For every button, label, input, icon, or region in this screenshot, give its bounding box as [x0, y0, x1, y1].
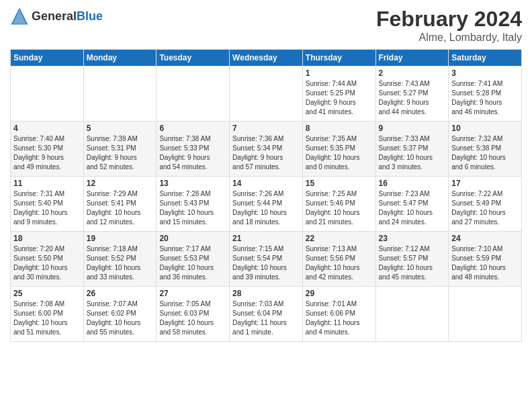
calendar-week-3: 11Sunrise: 7:31 AM Sunset: 5:40 PM Dayli…	[11, 177, 522, 232]
day-info: Sunrise: 7:03 AM Sunset: 6:04 PM Dayligh…	[232, 300, 300, 337]
day-info: Sunrise: 7:41 AM Sunset: 5:28 PM Dayligh…	[451, 79, 519, 117]
day-info: Sunrise: 7:28 AM Sunset: 5:43 PM Dayligh…	[159, 189, 226, 227]
day-number: 20	[159, 234, 226, 243]
day-info: Sunrise: 7:26 AM Sunset: 5:44 PM Dayligh…	[232, 189, 300, 227]
day-info: Sunrise: 7:13 AM Sunset: 5:56 PM Dayligh…	[306, 244, 373, 282]
calendar-cell: 29Sunrise: 7:01 AM Sunset: 6:06 PM Dayli…	[302, 287, 375, 342]
day-info: Sunrise: 7:25 AM Sunset: 5:46 PM Dayligh…	[306, 189, 373, 227]
day-number: 11	[13, 179, 81, 188]
calendar-cell: 1Sunrise: 7:44 AM Sunset: 5:25 PM Daylig…	[302, 66, 375, 122]
calendar-cell: 13Sunrise: 7:28 AM Sunset: 5:43 PM Dayli…	[157, 177, 230, 232]
day-number: 14	[232, 179, 300, 188]
calendar-cell: 28Sunrise: 7:03 AM Sunset: 6:04 PM Dayli…	[230, 287, 303, 342]
calendar-cell	[230, 66, 303, 122]
day-number: 7	[232, 124, 300, 133]
header-monday: Monday	[83, 50, 157, 66]
day-number: 23	[379, 234, 446, 243]
calendar-cell: 16Sunrise: 7:23 AM Sunset: 5:47 PM Dayli…	[375, 177, 449, 232]
day-info: Sunrise: 7:29 AM Sunset: 5:41 PM Dayligh…	[87, 189, 154, 227]
calendar-cell: 15Sunrise: 7:25 AM Sunset: 5:46 PM Dayli…	[302, 177, 375, 232]
calendar-cell: 17Sunrise: 7:22 AM Sunset: 5:49 PM Dayli…	[449, 177, 522, 232]
day-number: 9	[379, 124, 446, 133]
calendar-week-2: 4Sunrise: 7:40 AM Sunset: 5:30 PM Daylig…	[11, 122, 522, 177]
day-number: 1	[306, 68, 373, 78]
day-number: 26	[87, 289, 154, 298]
weekday-header-row: Sunday Monday Tuesday Wednesday Thursday…	[11, 50, 522, 66]
calendar-cell: 11Sunrise: 7:31 AM Sunset: 5:40 PM Dayli…	[11, 177, 84, 232]
day-info: Sunrise: 7:33 AM Sunset: 5:37 PM Dayligh…	[379, 134, 446, 172]
day-info: Sunrise: 7:10 AM Sunset: 5:59 PM Dayligh…	[451, 244, 519, 282]
day-info: Sunrise: 7:22 AM Sunset: 5:49 PM Dayligh…	[451, 189, 519, 227]
day-number: 13	[159, 179, 226, 188]
header-sunday: Sunday	[11, 50, 84, 66]
day-number: 16	[379, 179, 446, 188]
day-info: Sunrise: 7:36 AM Sunset: 5:34 PM Dayligh…	[232, 134, 300, 172]
day-info: Sunrise: 7:40 AM Sunset: 5:30 PM Dayligh…	[13, 134, 81, 172]
day-info: Sunrise: 7:08 AM Sunset: 6:00 PM Dayligh…	[13, 300, 81, 337]
calendar-title: February 2024	[376, 7, 522, 32]
calendar-cell: 4Sunrise: 7:40 AM Sunset: 5:30 PM Daylig…	[11, 122, 84, 177]
day-info: Sunrise: 7:31 AM Sunset: 5:40 PM Dayligh…	[13, 189, 81, 227]
calendar-cell	[449, 287, 522, 342]
day-info: Sunrise: 7:01 AM Sunset: 6:06 PM Dayligh…	[306, 300, 373, 337]
day-number: 22	[306, 234, 373, 243]
day-info: Sunrise: 7:32 AM Sunset: 5:38 PM Dayligh…	[451, 134, 519, 172]
calendar-cell: 20Sunrise: 7:17 AM Sunset: 5:53 PM Dayli…	[157, 232, 230, 287]
header-saturday: Saturday	[449, 50, 522, 66]
day-number: 4	[13, 124, 81, 133]
day-info: Sunrise: 7:35 AM Sunset: 5:35 PM Dayligh…	[306, 134, 373, 172]
title-block: February 2024 Alme, Lombardy, Italy	[376, 7, 522, 44]
page-container: GeneralBlue February 2024 Alme, Lombardy…	[0, 0, 532, 345]
calendar-cell: 18Sunrise: 7:20 AM Sunset: 5:50 PM Dayli…	[11, 232, 84, 287]
day-info: Sunrise: 7:17 AM Sunset: 5:53 PM Dayligh…	[159, 244, 226, 282]
calendar-cell: 12Sunrise: 7:29 AM Sunset: 5:41 PM Dayli…	[83, 177, 157, 232]
calendar-cell	[375, 287, 449, 342]
calendar-week-5: 25Sunrise: 7:08 AM Sunset: 6:00 PM Dayli…	[11, 287, 522, 342]
header-thursday: Thursday	[302, 50, 375, 66]
calendar-location: Alme, Lombardy, Italy	[376, 32, 522, 44]
calendar-cell: 26Sunrise: 7:07 AM Sunset: 6:02 PM Dayli…	[83, 287, 157, 342]
calendar-cell	[157, 66, 230, 122]
calendar-cell: 22Sunrise: 7:13 AM Sunset: 5:56 PM Dayli…	[302, 232, 375, 287]
calendar-cell: 19Sunrise: 7:18 AM Sunset: 5:52 PM Dayli…	[83, 232, 157, 287]
day-number: 24	[451, 234, 519, 243]
day-info: Sunrise: 7:12 AM Sunset: 5:57 PM Dayligh…	[379, 244, 446, 282]
day-info: Sunrise: 7:43 AM Sunset: 5:27 PM Dayligh…	[379, 79, 446, 117]
day-number: 17	[451, 179, 519, 188]
calendar-cell: 6Sunrise: 7:38 AM Sunset: 5:33 PM Daylig…	[157, 122, 230, 177]
logo: GeneralBlue	[10, 7, 103, 26]
calendar-cell: 7Sunrise: 7:36 AM Sunset: 5:34 PM Daylig…	[230, 122, 303, 177]
calendar-cell: 8Sunrise: 7:35 AM Sunset: 5:35 PM Daylig…	[302, 122, 375, 177]
day-number: 10	[451, 124, 519, 133]
day-info: Sunrise: 7:44 AM Sunset: 5:25 PM Dayligh…	[306, 79, 373, 117]
day-number: 18	[13, 234, 81, 243]
calendar-body: 1Sunrise: 7:44 AM Sunset: 5:25 PM Daylig…	[11, 66, 522, 342]
calendar-cell	[83, 66, 157, 122]
day-info: Sunrise: 7:39 AM Sunset: 5:31 PM Dayligh…	[87, 134, 154, 172]
calendar-cell: 14Sunrise: 7:26 AM Sunset: 5:44 PM Dayli…	[230, 177, 303, 232]
calendar-cell: 23Sunrise: 7:12 AM Sunset: 5:57 PM Dayli…	[375, 232, 449, 287]
calendar-cell	[11, 66, 84, 122]
day-info: Sunrise: 7:23 AM Sunset: 5:47 PM Dayligh…	[379, 189, 446, 227]
calendar-week-4: 18Sunrise: 7:20 AM Sunset: 5:50 PM Dayli…	[11, 232, 522, 287]
header-tuesday: Tuesday	[157, 50, 230, 66]
day-number: 2	[379, 68, 446, 78]
day-number: 19	[87, 234, 154, 243]
day-number: 28	[232, 289, 300, 298]
calendar-week-1: 1Sunrise: 7:44 AM Sunset: 5:25 PM Daylig…	[11, 66, 522, 122]
calendar-cell: 27Sunrise: 7:05 AM Sunset: 6:03 PM Dayli…	[157, 287, 230, 342]
day-info: Sunrise: 7:15 AM Sunset: 5:54 PM Dayligh…	[232, 244, 300, 282]
calendar-cell: 2Sunrise: 7:43 AM Sunset: 5:27 PM Daylig…	[375, 66, 449, 122]
day-info: Sunrise: 7:20 AM Sunset: 5:50 PM Dayligh…	[13, 244, 81, 282]
header-wednesday: Wednesday	[230, 50, 303, 66]
calendar-cell: 10Sunrise: 7:32 AM Sunset: 5:38 PM Dayli…	[449, 122, 522, 177]
day-number: 8	[306, 124, 373, 133]
header: GeneralBlue February 2024 Alme, Lombardy…	[10, 7, 522, 44]
day-number: 29	[306, 289, 373, 298]
header-friday: Friday	[375, 50, 449, 66]
calendar-table: Sunday Monday Tuesday Wednesday Thursday…	[10, 49, 522, 342]
calendar-cell: 21Sunrise: 7:15 AM Sunset: 5:54 PM Dayli…	[230, 232, 303, 287]
calendar-cell: 3Sunrise: 7:41 AM Sunset: 5:28 PM Daylig…	[449, 66, 522, 122]
day-info: Sunrise: 7:07 AM Sunset: 6:02 PM Dayligh…	[87, 300, 154, 337]
day-number: 21	[232, 234, 300, 243]
